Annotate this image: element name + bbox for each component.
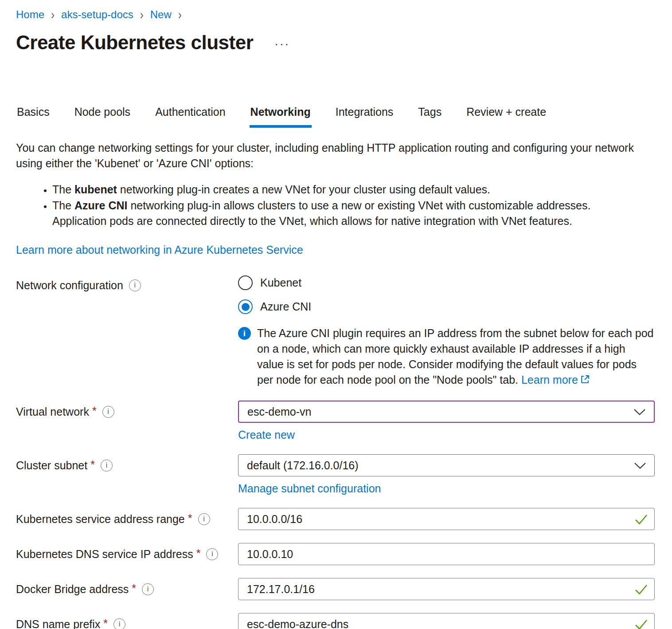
tab-authentication[interactable]: Authentication xyxy=(154,106,226,128)
chevron-down-icon xyxy=(633,405,646,418)
info-icon[interactable]: i xyxy=(206,548,218,560)
breadcrumb: Home › aks-setup-docs › New › xyxy=(16,8,655,21)
service-address-range-input[interactable] xyxy=(238,508,655,530)
page-title: Create Kubernetes cluster xyxy=(16,31,253,54)
service-address-range-label: Kubernetes service address range * i xyxy=(16,508,238,530)
breadcrumb-new[interactable]: New xyxy=(150,8,172,21)
info-note-text: The Azure CNI plugin requires an IP addr… xyxy=(257,326,655,389)
docker-bridge-input[interactable] xyxy=(238,578,655,600)
breadcrumb-separator-icon: › xyxy=(140,6,144,23)
tab-integrations[interactable]: Integrations xyxy=(335,106,395,128)
required-asterisk: * xyxy=(103,617,108,629)
valid-check-icon xyxy=(634,619,648,629)
radio-checked-icon xyxy=(238,299,253,314)
info-icon[interactable]: i xyxy=(198,513,210,525)
breadcrumb-aks-setup-docs[interactable]: aks-setup-docs xyxy=(61,8,133,21)
info-icon[interactable]: i xyxy=(113,618,125,629)
network-configuration-row: Network configuration i Kubenet Azure CN… xyxy=(16,274,655,389)
dns-name-prefix-input[interactable] xyxy=(238,613,655,629)
tab-networking[interactable]: Networking xyxy=(250,106,312,128)
networking-form: Network configuration i Kubenet Azure CN… xyxy=(16,274,655,629)
network-configuration-field: Kubenet Azure CNI i The Azure CNI plugin… xyxy=(238,274,655,389)
network-configuration-label: Network configuration i xyxy=(16,274,238,296)
valid-check-icon xyxy=(634,584,648,597)
service-address-range-field xyxy=(238,508,655,530)
breadcrumb-separator-icon: › xyxy=(51,6,55,23)
tab-tags[interactable]: Tags xyxy=(417,106,442,128)
bullet-azure-cni: The Azure CNI networking plug-in allows … xyxy=(52,198,634,229)
networking-options-bullets: The kubenet networking plug-in creates a… xyxy=(16,182,634,229)
azure-cni-info-note: i The Azure CNI plugin requires an IP ad… xyxy=(238,326,655,389)
external-link-icon xyxy=(580,373,590,389)
tab-bar: Basics Node pools Authentication Network… xyxy=(16,106,655,128)
dns-service-ip-label: Kubernetes DNS service IP address * i xyxy=(16,543,238,565)
breadcrumb-separator-icon: › xyxy=(178,6,182,23)
dns-name-prefix-field xyxy=(238,613,655,629)
info-icon[interactable]: i xyxy=(129,279,141,291)
cluster-subnet-field: default (172.16.0.0/16) Manage subnet co… xyxy=(238,454,655,495)
radio-kubenet[interactable]: Kubenet xyxy=(238,275,655,290)
tab-basics[interactable]: Basics xyxy=(16,106,51,128)
service-address-range-row: Kubernetes service address range * i xyxy=(16,508,655,530)
dns-service-ip-row: Kubernetes DNS service IP address * i xyxy=(16,543,655,565)
note-learn-more-link[interactable]: Learn more xyxy=(521,373,578,386)
required-asterisk: * xyxy=(188,512,192,525)
info-icon[interactable]: i xyxy=(101,460,113,472)
tab-node-pools[interactable]: Node pools xyxy=(74,106,131,128)
manage-subnet-configuration-link[interactable]: Manage subnet configuration xyxy=(238,482,381,495)
dns-service-ip-input[interactable] xyxy=(238,543,655,565)
required-asterisk: * xyxy=(90,458,95,471)
docker-bridge-field xyxy=(238,578,655,600)
virtual-network-select[interactable]: esc-demo-vn xyxy=(238,401,655,423)
info-filled-icon: i xyxy=(238,327,251,340)
required-asterisk: * xyxy=(92,405,97,417)
create-kubernetes-cluster-page: Home › aks-setup-docs › New › Create Kub… xyxy=(0,0,672,629)
chevron-down-icon xyxy=(634,459,646,472)
required-asterisk: * xyxy=(196,547,201,560)
docker-bridge-label: Docker Bridge address * i xyxy=(16,578,238,600)
title-row: Create Kubernetes cluster ··· xyxy=(16,31,655,54)
dns-name-prefix-row: DNS name prefix * i xyxy=(16,613,655,629)
radio-azure-cni[interactable]: Azure CNI xyxy=(238,299,655,314)
cluster-subnet-label: Cluster subnet * i xyxy=(16,454,238,476)
cluster-subnet-row: Cluster subnet * i default (172.16.0.0/1… xyxy=(16,454,655,495)
virtual-network-field: esc-demo-vn Create new xyxy=(238,401,655,441)
info-icon[interactable]: i xyxy=(142,583,154,595)
tab-review-create[interactable]: Review + create xyxy=(465,106,547,128)
dns-name-prefix-label: DNS name prefix * i xyxy=(16,613,238,629)
valid-check-icon xyxy=(634,514,648,527)
info-icon[interactable]: i xyxy=(102,406,114,418)
dns-service-ip-field xyxy=(238,543,655,565)
learn-more-networking-link[interactable]: Learn more about networking in Azure Kub… xyxy=(16,244,303,256)
more-menu-icon[interactable]: ··· xyxy=(274,37,290,51)
radio-unchecked-icon xyxy=(238,275,253,290)
virtual-network-row: Virtual network * i esc-demo-vn Create n… xyxy=(16,401,655,441)
bullet-kubenet: The kubenet networking plug-in creates a… xyxy=(52,182,634,197)
virtual-network-label: Virtual network * i xyxy=(16,401,238,423)
create-new-vnet-link[interactable]: Create new xyxy=(238,429,295,441)
breadcrumb-home[interactable]: Home xyxy=(16,8,44,21)
intro-text: You can change networking settings for y… xyxy=(16,140,648,171)
required-asterisk: * xyxy=(132,582,136,595)
docker-bridge-row: Docker Bridge address * i xyxy=(16,578,655,600)
cluster-subnet-select[interactable]: default (172.16.0.0/16) xyxy=(238,454,655,476)
